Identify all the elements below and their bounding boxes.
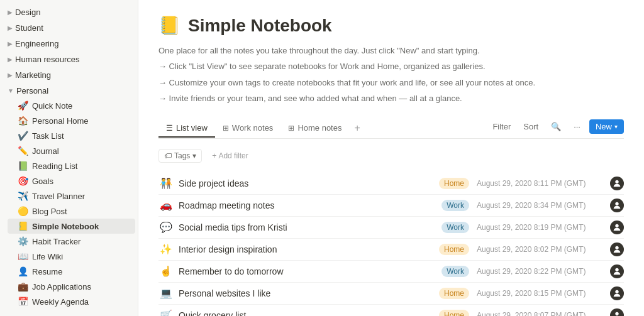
sidebar-personal-items: 🚀 Quick Note 🏠 Personal Home ✔️ Task Lis…	[0, 98, 138, 309]
row-title-4: Remember to do tomorrow	[179, 266, 441, 276]
svg-point-5	[615, 290, 618, 293]
row-avatar-1	[610, 199, 624, 212]
sidebar-item-label-personal-home: Personal Home	[32, 116, 89, 126]
tab-home-notes-label: Home notes	[297, 123, 341, 133]
sidebar-item-resume[interactable]: 👤 Resume	[5, 264, 138, 279]
sidebar-item-label-quick-note: Quick Note	[32, 101, 72, 111]
more-button[interactable]: ···	[570, 120, 584, 133]
filter-row: 🏷 Tags ▾ + Add filter	[158, 149, 624, 163]
svg-point-1	[615, 202, 618, 205]
row-tag-3: Home	[439, 244, 469, 255]
table-row[interactable]: 🧑‍🤝‍🧑 Side project ideas Home August 29,…	[158, 173, 624, 195]
list-view-icon: ☰	[166, 124, 173, 133]
row-title-2: Social media tips from Kristi	[179, 222, 441, 232]
new-button-label: New	[596, 122, 612, 131]
tags-dropdown-icon: ▾	[192, 151, 196, 160]
tab-home-notes[interactable]: ⊞ Home notes	[280, 119, 349, 138]
add-filter-button[interactable]: + Add filter	[207, 150, 253, 162]
row-title-6: Quick grocery list	[179, 310, 439, 316]
collapse-icon-hr: ▶	[8, 56, 13, 63]
table-row[interactable]: 💻 Personal websites I like Home August 2…	[158, 283, 624, 305]
sidebar-group-design[interactable]: ▶ Design	[0, 5, 138, 19]
row-title-5: Personal websites I like	[179, 288, 439, 298]
row-emoji-4: ☝️	[158, 265, 174, 277]
table-row[interactable]: ☝️ Remember to do tomorrow Work August 2…	[158, 261, 624, 283]
tags-filter-label: Tags	[174, 151, 190, 160]
sort-button[interactable]: Sort	[519, 120, 542, 133]
row-emoji-1: 🚗	[158, 199, 174, 211]
row-avatar-4	[610, 264, 624, 278]
desc-line-2: → Customize your own tags to create note…	[158, 75, 624, 90]
row-emoji-6: 🛒	[158, 309, 174, 316]
sidebar-item-quick-note[interactable]: 🚀 Quick Note	[5, 98, 138, 113]
sidebar-item-life-wiki[interactable]: 📖 Life Wiki	[5, 249, 138, 264]
sidebar-item-label-journal: Journal	[32, 146, 59, 156]
tags-filter-button[interactable]: 🏷 Tags ▾	[158, 149, 202, 163]
row-date-6: August 29, 2020 8:07 PM (GMT)	[477, 311, 602, 316]
sidebar-item-blog-post[interactable]: 🟡 Blog Post	[5, 204, 138, 219]
row-avatar-6	[610, 308, 624, 316]
row-tag-2: Work	[441, 222, 469, 233]
sidebar-section-marketing: ▶ Marketing	[0, 68, 138, 82]
sidebar-section-hr: ▶ Human resources	[0, 52, 138, 67]
sidebar-item-goals[interactable]: 🎯 Goals	[5, 173, 138, 188]
filter-button[interactable]: Filter	[489, 120, 514, 133]
sidebar-item-task-list[interactable]: ✔️ Task List	[5, 128, 138, 143]
weekly-agenda-icon: 📅	[18, 297, 28, 307]
table-row[interactable]: 🛒 Quick grocery list Home August 29, 202…	[158, 305, 624, 316]
sidebar-item-reading-list[interactable]: 📗 Reading List	[5, 158, 138, 173]
sidebar-item-label-goals: Goals	[32, 177, 53, 186]
sidebar-item-journal[interactable]: ✏️ Journal	[5, 143, 138, 158]
sidebar-item-travel-planner[interactable]: ✈️ Travel Planner	[5, 188, 138, 204]
search-button[interactable]: 🔍	[547, 120, 565, 133]
collapse-icon-student: ▶	[8, 25, 13, 31]
sidebar-item-personal-home[interactable]: 🏠 Personal Home	[5, 113, 138, 128]
sidebar-group-label-personal: Personal	[16, 86, 48, 95]
collapse-icon-engineering: ▶	[8, 40, 13, 47]
sidebar-group-student[interactable]: ▶ Student	[0, 21, 138, 35]
sidebar-group-label-marketing: Marketing	[15, 70, 51, 80]
row-title-1: Roadmap meeting notes	[179, 200, 441, 210]
sidebar-item-habit-tracker[interactable]: ⚙️ Habit Tracker	[5, 234, 138, 249]
add-tab-button[interactable]: +	[349, 119, 365, 139]
row-tag-0: Home	[439, 178, 469, 189]
sidebar-item-label-weekly-agenda: Weekly Agenda	[32, 297, 89, 307]
sidebar-group-hr[interactable]: ▶ Human resources	[0, 52, 138, 67]
travel-planner-icon: ✈️	[18, 191, 28, 201]
sidebar-item-simple-notebook[interactable]: 📒 Simple Notebook	[8, 219, 135, 234]
sidebar-group-engineering[interactable]: ▶ Engineering	[0, 36, 138, 51]
sidebar-group-label-hr: Human resources	[15, 55, 80, 64]
table-row[interactable]: ✨ Interior design inspiration Home Augus…	[158, 239, 624, 261]
new-button[interactable]: New ▾	[589, 119, 624, 134]
page-title-row: 📒 Simple Notebook	[158, 15, 624, 36]
reading-list-icon: 📗	[18, 161, 28, 171]
sidebar-section-engineering: ▶ Engineering	[0, 36, 138, 51]
add-filter-plus-icon: +	[212, 151, 216, 160]
sidebar-item-label-travel-planner: Travel Planner	[32, 192, 85, 201]
journal-icon: ✏️	[18, 146, 28, 156]
row-emoji-2: 💬	[158, 221, 174, 233]
life-wiki-icon: 📖	[18, 251, 28, 261]
new-dropdown-arrow: ▾	[614, 123, 618, 130]
table-row[interactable]: 🚗 Roadmap meeting notes Work August 29, …	[158, 195, 624, 217]
habit-tracker-icon: ⚙️	[18, 236, 28, 246]
main-content: 📒 Simple Notebook One place for all the …	[138, 0, 644, 316]
tab-work-notes[interactable]: ⊞ Work notes	[215, 119, 281, 138]
table-row[interactable]: 💬 Social media tips from Kristi Work Aug…	[158, 217, 624, 239]
work-notes-icon: ⊞	[223, 124, 229, 133]
row-title-3: Interior design inspiration	[179, 244, 439, 254]
home-notes-icon: ⊞	[288, 124, 294, 133]
sidebar-group-personal[interactable]: ▼ Personal	[0, 84, 138, 98]
tab-list-view-label: List view	[176, 123, 208, 133]
sidebar-item-job-applications[interactable]: 💼 Job Applications	[5, 279, 138, 294]
row-tag-4: Work	[441, 266, 469, 277]
row-date-4: August 29, 2020 8:22 PM (GMT)	[477, 267, 602, 276]
sidebar-item-label-reading-list: Reading List	[32, 161, 77, 171]
sidebar-item-weekly-agenda[interactable]: 📅 Weekly Agenda	[5, 294, 138, 309]
simple-notebook-icon: 📒	[18, 221, 28, 231]
tab-list-view[interactable]: ☰ List view	[158, 119, 215, 138]
row-avatar-2	[610, 221, 624, 234]
sidebar-group-marketing[interactable]: ▶ Marketing	[0, 68, 138, 82]
goals-icon: 🎯	[18, 176, 28, 186]
notes-table: 🧑‍🤝‍🧑 Side project ideas Home August 29,…	[158, 173, 624, 316]
